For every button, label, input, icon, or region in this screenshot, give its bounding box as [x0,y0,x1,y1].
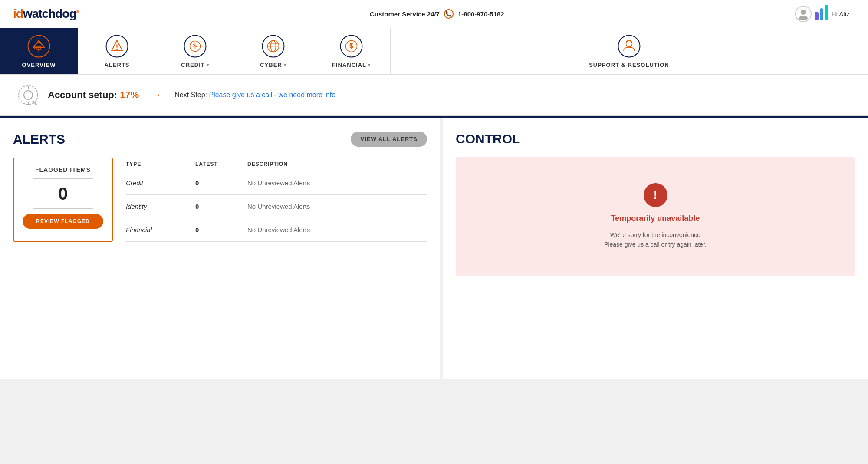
alerts-title: ALERTS [13,132,65,147]
nav-item-support[interactable]: SUPPORT & RESOLUTION [391,28,868,74]
nav-item-alerts[interactable]: ALERTS [78,28,156,74]
credit-icon [183,34,207,58]
support-label: SUPPORT & RESOLUTION [589,62,669,68]
page-header: idwatchdog® Customer Service 24/7 📞 1-80… [0,0,868,28]
user-area: Hi Aliz... [795,6,855,22]
avatar-bars [815,6,828,22]
support-icon [617,34,641,58]
nav-item-cyber[interactable]: CYBER ▾ [234,28,312,74]
control-unavailable-box: ! Temporarily unavailable We're sorry fo… [456,157,855,276]
logo-text: idwatchdog® [13,7,79,21]
table-row: Financial 0 No Unreviewed Alerts [126,218,427,242]
cyber-icon [261,34,285,58]
control-title: CONTROL [456,132,855,146]
alerts-header: ALERTS VIEW ALL ALERTS [13,132,427,147]
row-credit-latest: 0 [195,179,247,187]
overview-icon [27,34,51,58]
error-icon: ! [644,183,667,207]
cyber-label: CYBER ▾ [260,62,286,68]
row-financial-type: Financial [126,226,195,234]
bar-2 [820,8,823,20]
overview-label: OVERVIEW [22,62,56,68]
alerts-body: FLAGGED ITEMS 0 REVIEW FLAGGED TYPE LATE… [13,158,427,242]
phone-number[interactable]: 1-800-970-5182 [458,10,504,18]
svg-text:$: $ [349,42,353,49]
main-navigation: OVERVIEW ALERTS CREDIT ▾ [0,28,868,75]
alerts-table: TYPE LATEST DESCRIPTION Credit 0 No Unre… [126,158,427,242]
user-avatar-icon [797,8,809,20]
customer-service-info: Customer Service 24/7 📞 1-800-970-5182 [370,9,504,19]
main-content: ALERTS VIEW ALL ALERTS FLAGGED ITEMS 0 R… [0,118,868,379]
svg-point-1 [799,16,808,20]
nav-item-credit[interactable]: CREDIT ▾ [156,28,234,74]
th-description: DESCRIPTION [247,161,427,167]
row-financial-latest: 0 [195,226,247,234]
greeting-text: Hi Aliz... [832,10,855,18]
bar-3 [825,5,828,20]
phone-icon: 📞 [444,9,454,19]
svg-point-0 [801,10,806,15]
setup-label: Account setup: 17% [48,89,139,101]
alerts-icon [105,34,129,58]
setup-next-step: Next Step: Please give us a call - we ne… [174,91,335,99]
unavailable-title: Temporarily unavailable [611,214,700,223]
avatar[interactable] [795,6,812,22]
row-credit-desc: No Unreviewed Alerts [247,179,427,187]
th-type: TYPE [126,161,195,167]
th-latest: LATEST [195,161,247,167]
row-credit-type: Credit [126,179,195,187]
control-panel: CONTROL ! Temporarily unavailable We're … [443,118,868,379]
credit-dropdown-arrow: ▾ [207,63,209,67]
svg-point-21 [24,91,33,99]
svg-point-18 [618,36,640,57]
alerts-label: ALERTS [105,62,130,68]
financial-icon: $ [339,34,363,58]
alerts-panel: ALERTS VIEW ALL ALERTS FLAGGED ITEMS 0 R… [0,118,443,379]
review-flagged-button[interactable]: REVIEW FLAGGED [23,214,103,229]
svg-point-19 [626,41,632,47]
cyber-dropdown-arrow: ▾ [284,63,286,67]
row-financial-desc: No Unreviewed Alerts [247,226,427,234]
row-identity-latest: 0 [195,203,247,210]
nav-item-overview[interactable]: OVERVIEW [0,28,78,74]
flagged-count: 0 [33,178,93,209]
setup-arrow-icon: → [152,89,161,101]
account-setup-bar: Account setup: 17% → Next Step: Please g… [0,75,868,116]
bar-1 [815,12,819,20]
flagged-label: FLAGGED ITEMS [35,166,91,173]
row-identity-type: Identity [126,203,195,210]
credit-label: CREDIT ▾ [181,62,209,68]
nav-item-financial[interactable]: $ FINANCIAL ▾ [312,28,391,74]
flagged-items-box: FLAGGED ITEMS 0 REVIEW FLAGGED [13,158,113,242]
table-row: Identity 0 No Unreviewed Alerts [126,195,427,218]
svg-point-6 [116,49,118,50]
setup-next-step-link[interactable]: Please give us a call - we need more inf… [209,91,335,99]
customer-service-label: Customer Service 24/7 [370,10,440,18]
unavailable-text: We're sorry for the inconvenience Please… [604,230,707,250]
financial-label: FINANCIAL ▾ [332,62,371,68]
setup-gear-icon [17,84,39,106]
row-identity-desc: No Unreviewed Alerts [247,203,427,210]
financial-dropdown-arrow: ▾ [368,63,371,67]
table-row: Credit 0 No Unreviewed Alerts [126,171,427,195]
logo[interactable]: idwatchdog® [13,7,79,21]
view-all-alerts-button[interactable]: VIEW ALL ALERTS [351,132,427,147]
table-header: TYPE LATEST DESCRIPTION [126,158,427,171]
setup-percent: 17% [120,89,139,100]
